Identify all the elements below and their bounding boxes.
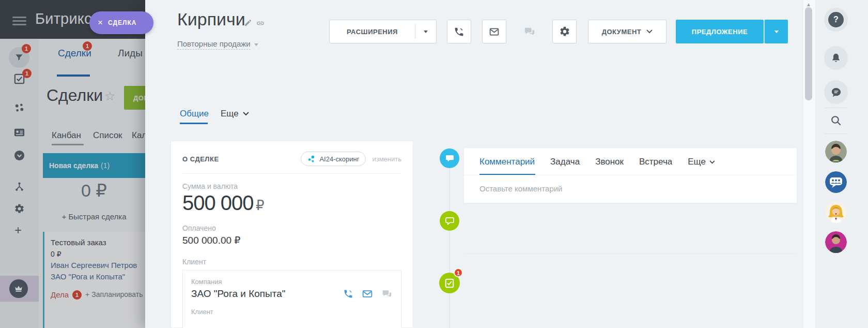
edit-deal-link[interactable]: изменить [372, 155, 401, 163]
timeline-date-separator [463, 254, 797, 254]
search-button[interactable] [830, 114, 843, 127]
edit-title-icon[interactable] [244, 19, 252, 27]
comment-timeline-icon [440, 148, 459, 168]
help-button[interactable]: ? [824, 8, 848, 32]
client-phone-icon[interactable] [343, 289, 353, 299]
chevron-down-icon [646, 29, 653, 34]
client-mail-icon[interactable] [362, 289, 373, 299]
client-label: Клиент [182, 258, 401, 266]
proposal-dropdown-button[interactable] [764, 20, 788, 43]
close-icon[interactable]: × [98, 18, 103, 28]
help-icon: ? [828, 12, 844, 27]
tl-tab-meeting[interactable]: Встреча [639, 157, 672, 167]
task-timeline-badge: 1 [454, 268, 463, 277]
paid-label: Оплачено [182, 224, 401, 232]
call-button[interactable] [447, 20, 471, 43]
company-label: Компания [191, 278, 393, 286]
chevron-down-icon [243, 112, 249, 116]
gear-icon [559, 26, 570, 37]
amount-value[interactable]: 500 000 [182, 191, 254, 214]
about-deal-card: О СДЕЛКЕ AI24-скоринг изменить Сумма и в… [171, 141, 413, 328]
tl-tab-more[interactable]: Еще [688, 157, 715, 167]
user-avatar-3[interactable] [825, 231, 847, 253]
divider [825, 133, 847, 134]
proposal-button[interactable]: ПРЕДЛОЖЕНИЕ [676, 20, 764, 43]
tl-tab-call[interactable]: Звонок [595, 157, 624, 167]
modal-dim-overlay [0, 0, 145, 328]
bitrix24-deal-screen: Битрикс24 1 1 [0, 0, 868, 328]
settings-button[interactable] [552, 20, 577, 43]
proposal-caret-icon [774, 31, 779, 33]
group-chat-avatar[interactable] [825, 171, 847, 193]
company-name[interactable]: ЗАО "Рога и Копыта" [191, 288, 286, 300]
invite-timeline-icon [440, 211, 459, 231]
messenger-icon [830, 86, 842, 98]
timeline-composer-card: Комментарий Задача Звонок Встреча Еще Ос… [463, 147, 797, 203]
pipeline-selector[interactable]: Повторные продажи [177, 39, 251, 50]
scrollbar-up-arrow[interactable]: ▲ [806, 2, 811, 7]
about-heading: О СДЕЛКЕ [182, 155, 219, 163]
speech-bubble-outline-icon [445, 217, 454, 225]
client-chat-icon [381, 289, 393, 299]
mail-icon [489, 26, 500, 37]
client-sub-label: Клиент [191, 308, 393, 316]
client-box: Компания ЗАО "Рога и Копыта" Клиент [182, 270, 401, 328]
background-app: Битрикс24 1 1 [0, 0, 145, 328]
paid-value: 500 000.00 ₽ [182, 234, 401, 246]
general-tab-underline [180, 123, 208, 124]
user-avatar-1[interactable] [825, 141, 847, 162]
bell-icon [830, 52, 842, 64]
amount-label: Сумма и валюта [182, 182, 401, 190]
chip-label: СДЕЛКА [108, 19, 136, 26]
extensions-caret-icon [424, 31, 428, 33]
right-icon-rail: ? [815, 0, 868, 328]
notifications-button[interactable] [824, 46, 848, 70]
panel-scrollbar-thumb[interactable] [805, 7, 812, 100]
chevron-down-icon [709, 160, 715, 164]
search-icon [830, 114, 843, 127]
divider [825, 108, 847, 108]
deal-title[interactable]: Кирпичи [177, 9, 245, 29]
amount-currency: ₽ [256, 198, 265, 213]
chat-button-disabled [517, 20, 541, 43]
timeline-line [449, 155, 450, 328]
document-button[interactable]: ДОКУМЕНТ [588, 20, 667, 43]
user-avatar-2[interactable] [825, 201, 847, 223]
tl-tab-task[interactable]: Задача [550, 157, 580, 167]
ai-scoring-badge[interactable]: AI24-скоринг [301, 152, 366, 166]
extensions-button[interactable]: РАСШИРЕНИЯ [329, 20, 437, 43]
speech-bubble-icon [445, 154, 454, 162]
messenger-button[interactable] [824, 80, 848, 104]
divider [464, 175, 798, 175]
task-check-icon [445, 278, 454, 288]
divider [182, 173, 401, 174]
chat-icon [524, 26, 535, 37]
ai-molecule-icon [307, 155, 316, 163]
phone-icon [454, 26, 464, 37]
deal-slider-chip[interactable]: × СДЕЛКА [89, 11, 153, 34]
pipeline-caret-icon [254, 43, 258, 46]
tab-more[interactable]: Еще [221, 109, 249, 119]
copy-link-icon[interactable] [256, 19, 265, 27]
comment-input[interactable]: Оставьте комментарий [479, 184, 563, 193]
tab-general[interactable]: Общие [180, 109, 209, 119]
tl-tab-comment[interactable]: Комментарий [479, 157, 535, 167]
email-button[interactable] [482, 20, 506, 43]
